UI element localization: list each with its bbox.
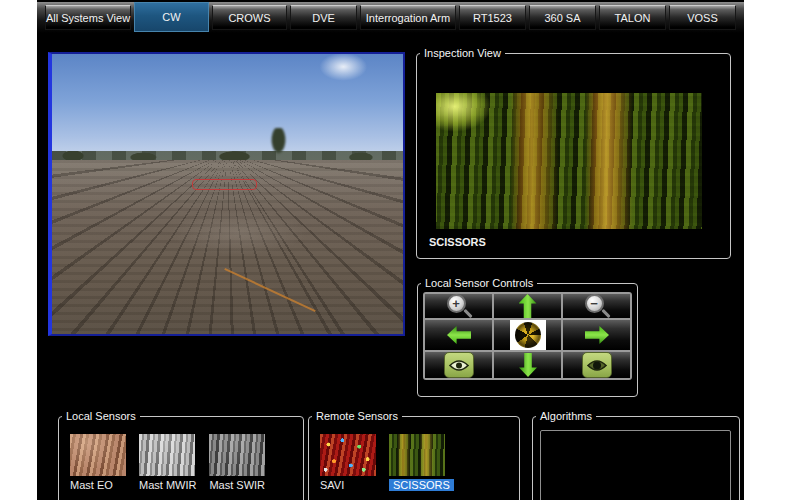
inspection-sensor-label: SCISSORS [429, 236, 486, 248]
camera-sky [52, 54, 403, 160]
remote-sensors-panel: Remote Sensors SAVI SCISSORS [308, 410, 520, 500]
target-tracking-box [192, 179, 257, 191]
show-sensor-button[interactable] [425, 352, 492, 378]
algorithms-list[interactable] [540, 430, 731, 500]
mast-eo-label: Mast EO [70, 479, 113, 491]
camera-tree [270, 128, 287, 156]
sensor-preview-button[interactable] [494, 320, 561, 350]
sensor-control-grid: + − [423, 292, 632, 380]
pan-down-button[interactable] [494, 352, 561, 378]
magnifier-minus-icon: − [585, 294, 609, 318]
tab-dve[interactable]: DVE [290, 5, 357, 30]
zoom-in-button[interactable]: + [425, 294, 492, 318]
local-sensor-mast-mwir[interactable]: Mast MWIR [139, 434, 196, 491]
tab-360-sa[interactable]: 360 SA [529, 5, 596, 30]
local-sensors-title: Local Sensors [62, 410, 140, 422]
remote-sensors-title: Remote Sensors [312, 410, 402, 422]
magnifier-plus-icon: + [447, 294, 471, 318]
scissors-label-selected: SCISSORS [389, 479, 454, 491]
mast-eo-thumbnail [70, 434, 126, 476]
local-sensors-panel: Local Sensors Mast EO Mast MWIR Mast SWI… [58, 410, 304, 500]
algorithms-panel: Algorithms [532, 410, 740, 500]
remote-sensor-scissors[interactable]: SCISSORS [389, 434, 454, 491]
remote-sensor-savi[interactable]: SAVI [320, 434, 376, 491]
main-camera-view[interactable] [48, 52, 405, 336]
system-tab-bar: All Systems View CW CROWS DVE Interrogat… [37, 2, 744, 33]
savi-thumbnail [320, 434, 376, 476]
sensor-preview-thumbnail [510, 320, 546, 350]
arrow-down-icon [519, 353, 537, 377]
tab-crows[interactable]: CROWS [212, 5, 287, 30]
tab-interrogation-arm[interactable]: Interrogation Arm [360, 5, 456, 30]
eye-open-icon [444, 352, 474, 378]
local-sensor-controls-title: Local Sensor Controls [421, 277, 537, 289]
inspection-sensor-image[interactable] [436, 93, 702, 229]
mast-swir-label: Mast SWIR [209, 479, 265, 491]
local-sensor-controls-panel: Local Sensor Controls + − [417, 277, 638, 397]
pan-up-button[interactable] [494, 294, 561, 318]
mast-mwir-label: Mast MWIR [139, 479, 196, 491]
pan-left-button[interactable] [425, 320, 492, 350]
arrow-right-icon [585, 326, 609, 344]
mast-swir-thumbnail [209, 434, 265, 476]
tab-talon[interactable]: TALON [599, 5, 666, 30]
inspection-view-panel: Inspection View SCISSORS [416, 47, 731, 259]
tab-cw[interactable]: CW [134, 2, 209, 32]
arrow-left-icon [447, 326, 471, 344]
eye-closed-icon [582, 352, 612, 378]
hide-sensor-button[interactable] [563, 352, 630, 378]
mast-mwir-thumbnail [139, 434, 195, 476]
arrow-up-icon [519, 294, 537, 318]
tab-rt1523[interactable]: RT1523 [459, 5, 526, 30]
scissors-thumbnail [389, 434, 445, 476]
tab-voss[interactable]: VOSS [669, 5, 736, 30]
tab-all-systems-view[interactable]: All Systems View [45, 5, 131, 30]
inspection-view-title: Inspection View [420, 47, 505, 59]
algorithms-title: Algorithms [536, 410, 596, 422]
app-window: All Systems View CW CROWS DVE Interrogat… [37, 0, 744, 500]
local-sensor-mast-swir[interactable]: Mast SWIR [209, 434, 265, 491]
savi-label: SAVI [320, 479, 344, 491]
local-sensor-mast-eo[interactable]: Mast EO [70, 434, 126, 491]
zoom-out-button[interactable]: − [563, 294, 630, 318]
pan-right-button[interactable] [563, 320, 630, 350]
